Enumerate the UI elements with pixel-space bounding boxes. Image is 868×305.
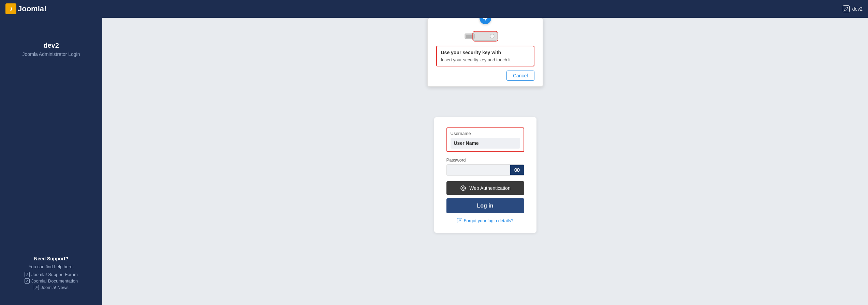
blue-circle-button[interactable] <box>480 18 491 24</box>
svg-text:J: J <box>10 6 12 12</box>
username-field-group: Username <box>446 127 524 152</box>
sidebar: dev2 Joomla Administrator Login Need Sup… <box>0 18 102 305</box>
support-docs-label: Joomla! Documentation <box>31 278 78 284</box>
web-auth-label: Web Authentication <box>469 185 510 191</box>
external-link-icon-3: ↗ <box>34 285 39 290</box>
support-heading: Need Support? <box>25 256 78 261</box>
cancel-button[interactable]: Cancel <box>506 71 534 81</box>
support-intro: You can find help here: <box>25 264 78 269</box>
svg-rect-6 <box>466 35 473 38</box>
sidebar-username: dev2 <box>43 42 59 49</box>
logo-icon: J <box>5 3 16 14</box>
username-bordered-group: Username <box>446 127 524 152</box>
popup-subtitle: Insert your security key and touch it <box>441 57 530 62</box>
password-toggle-button[interactable] <box>510 165 524 175</box>
svg-point-10 <box>516 169 518 171</box>
svg-point-7 <box>490 34 494 38</box>
password-label: Password <box>446 157 524 163</box>
edit-icon[interactable] <box>843 5 850 12</box>
usb-key-image <box>436 25 534 46</box>
support-forum-link[interactable]: ↗ Joomla! Support Forum <box>25 272 78 277</box>
web-auth-button[interactable]: Web Authentication <box>446 181 524 195</box>
security-key-popup: Use your security key with Insert your s… <box>427 18 543 87</box>
support-docs-link[interactable]: ↗ Joomla! Documentation <box>25 278 78 284</box>
sidebar-support-section: Need Support? You can find help here: ↗ … <box>25 256 78 295</box>
popup-message-box: Use your security key with Insert your s… <box>436 46 534 66</box>
username-label: Username <box>451 131 520 136</box>
username-input[interactable] <box>451 138 520 149</box>
sidebar-subtitle: Joomla Administrator Login <box>23 51 80 57</box>
support-news-link[interactable]: ↗ Joomla! News <box>25 285 78 290</box>
forgot-login-link[interactable]: ↗ Forgot your login details? <box>446 218 524 223</box>
joomla-text: Joomla! <box>18 4 46 13</box>
content-area: Use your security key with Insert your s… <box>102 18 868 305</box>
password-wrapper <box>446 164 524 176</box>
popup-title: Use your security key with <box>441 50 530 55</box>
popup-actions: Cancel <box>436 71 534 81</box>
password-input[interactable] <box>447 165 510 176</box>
logo-area: J Joomla! <box>5 3 46 14</box>
password-field-group: Password <box>446 157 524 176</box>
forgot-label: Forgot your login details? <box>464 218 514 223</box>
login-card: Username Password <box>434 117 536 233</box>
forgot-ext-icon: ↗ <box>457 218 462 223</box>
support-forum-label: Joomla! Support Forum <box>31 272 78 277</box>
topbar: J Joomla! dev2 <box>0 0 868 18</box>
joomla-logo: J Joomla! <box>5 3 46 14</box>
main-layout: dev2 Joomla Administrator Login Need Sup… <box>0 18 868 305</box>
topbar-username: dev2 <box>852 6 863 12</box>
external-link-icon: ↗ <box>25 272 30 277</box>
external-link-icon-2: ↗ <box>25 278 30 284</box>
topbar-user-area: dev2 <box>843 5 863 12</box>
support-news-label: Joomla! News <box>41 285 69 290</box>
login-button[interactable]: Log in <box>446 198 524 213</box>
svg-point-12 <box>462 187 464 189</box>
